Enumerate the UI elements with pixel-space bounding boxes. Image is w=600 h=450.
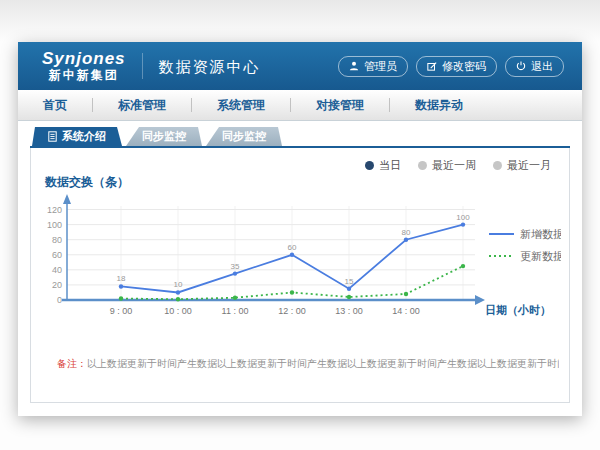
svg-text:0: 0	[57, 295, 62, 305]
change-password-button[interactable]: 修改密码	[416, 56, 497, 77]
time-range-filter: 当日 最近一周 最近一月	[365, 158, 551, 173]
tab-system-intro[interactable]: 系统介绍	[32, 127, 122, 146]
tab-label: 同步监控	[142, 129, 186, 144]
logo-wordmark: Synjones	[42, 50, 126, 69]
tab-sync-monitor-2[interactable]: 同步监控	[206, 127, 282, 146]
logout-label: 退出	[531, 59, 553, 74]
header-actions: 管理员 修改密码 退出	[338, 56, 564, 77]
page-title: 数据资源中心	[142, 53, 261, 79]
svg-text:40: 40	[52, 265, 62, 275]
main-nav: 首页 标准管理 系统管理 对接管理 数据异动	[18, 90, 582, 121]
screenshot-root: { "header": { "logo_main": "Synjones", "…	[0, 0, 600, 450]
svg-text:10: 10	[174, 280, 183, 289]
line-chart: 0204060801001209 : 0010 : 0011 : 0012 : …	[37, 188, 561, 338]
content-area: 系统介绍 同步监控 同步监控 当日 最近一周	[18, 121, 582, 403]
svg-text:9 : 00: 9 : 00	[110, 306, 133, 316]
radio-dot	[493, 161, 502, 170]
radio-dot-selected	[365, 161, 374, 170]
svg-text:日期（小时）: 日期（小时）	[485, 304, 551, 317]
document-icon	[48, 131, 57, 142]
nav-item-home[interactable]: 首页	[18, 97, 92, 114]
svg-text:14 : 00: 14 : 00	[392, 306, 420, 316]
svg-text:100: 100	[456, 213, 470, 222]
company-logo: Synjones 新中新集团	[42, 50, 126, 82]
svg-text:20: 20	[52, 280, 62, 290]
svg-text:15: 15	[345, 277, 354, 286]
svg-text:新增数据: 新增数据	[520, 228, 561, 240]
svg-text:60: 60	[52, 250, 62, 260]
svg-text:10 : 00: 10 : 00	[164, 306, 192, 316]
footnote: 备注：以上数据更新于时间产生数据以上数据更新于时间产生数据以上数据更新于时间产生…	[57, 357, 559, 371]
svg-text:11 : 00: 11 : 00	[222, 306, 249, 316]
nav-item-system-mgmt[interactable]: 系统管理	[192, 97, 290, 114]
radio-today[interactable]: 当日	[365, 158, 401, 173]
svg-text:80: 80	[52, 235, 62, 245]
svg-text:13 : 00: 13 : 00	[335, 306, 363, 316]
footnote-text: 以上数据更新于时间产生数据以上数据更新于时间产生数据以上数据更新于时间产生数据以…	[87, 358, 559, 369]
tab-label: 同步监控	[222, 129, 266, 144]
svg-text:120: 120	[47, 205, 62, 215]
svg-text:更新数据: 更新数据	[520, 250, 561, 262]
svg-text:80: 80	[402, 228, 411, 237]
change-password-label: 修改密码	[442, 59, 486, 74]
svg-text:12 : 00: 12 : 00	[278, 306, 306, 316]
radio-last-month[interactable]: 最近一月	[493, 158, 551, 173]
svg-text:60: 60	[288, 243, 297, 252]
app-header: Synjones 新中新集团 数据资源中心 管理员 修改密码	[18, 42, 582, 90]
svg-text:18: 18	[117, 274, 126, 283]
logout-button[interactable]: 退出	[505, 56, 564, 77]
chart-panel: 当日 最近一周 最近一月 数据交换（条） 0204060801001209 : …	[30, 148, 570, 403]
page-card: Synjones 新中新集团 数据资源中心 管理员 修改密码	[18, 42, 582, 416]
current-user-button[interactable]: 管理员	[338, 56, 408, 77]
nav-item-data-change[interactable]: 数据异动	[390, 97, 488, 114]
logo-chinese-name: 新中新集团	[42, 69, 126, 82]
nav-item-standard-mgmt[interactable]: 标准管理	[93, 97, 191, 114]
edit-icon	[427, 61, 437, 71]
radio-dot	[418, 161, 427, 170]
svg-text:35: 35	[231, 262, 240, 271]
radio-last-week[interactable]: 最近一周	[418, 158, 476, 173]
tab-bar: 系统介绍 同步监控 同步监控	[32, 127, 570, 146]
current-user-label: 管理员	[364, 59, 397, 74]
svg-text:100: 100	[47, 220, 62, 230]
radio-label: 最近一周	[432, 158, 476, 173]
nav-item-interface-mgmt[interactable]: 对接管理	[291, 97, 389, 114]
user-icon	[349, 61, 359, 71]
footnote-prefix: 备注：	[57, 358, 87, 369]
backdrop-gradient	[0, 0, 600, 42]
power-icon	[516, 61, 526, 71]
radio-label: 最近一月	[507, 158, 551, 173]
tab-sync-monitor-1[interactable]: 同步监控	[126, 127, 202, 146]
tab-label: 系统介绍	[62, 129, 106, 144]
radio-label: 当日	[379, 158, 401, 173]
